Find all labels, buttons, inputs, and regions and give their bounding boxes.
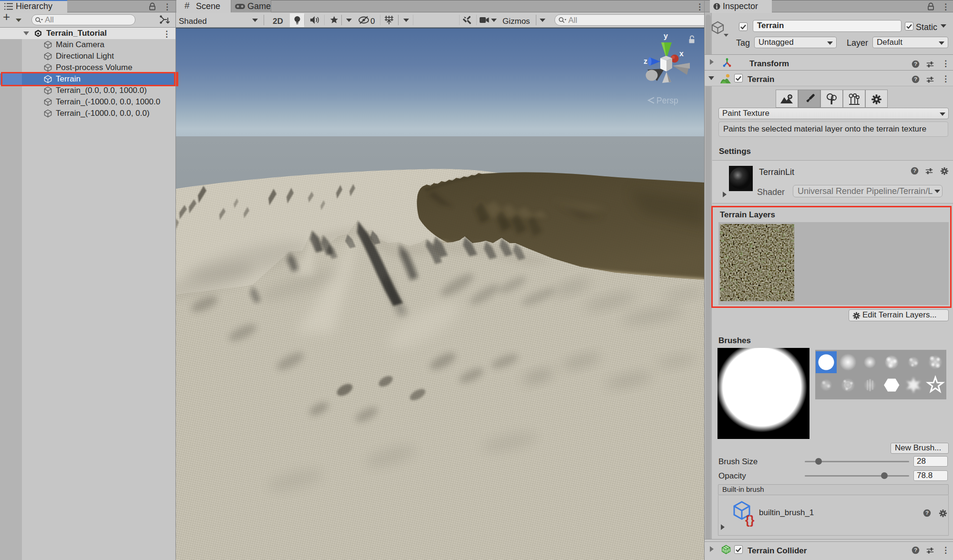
svg-text:Persp: Persp bbox=[656, 96, 678, 105]
svg-text:x: x bbox=[679, 50, 684, 58]
svg-text:z: z bbox=[644, 57, 647, 65]
svg-text:y: y bbox=[664, 32, 668, 40]
svg-text:{}: {} bbox=[745, 513, 755, 527]
